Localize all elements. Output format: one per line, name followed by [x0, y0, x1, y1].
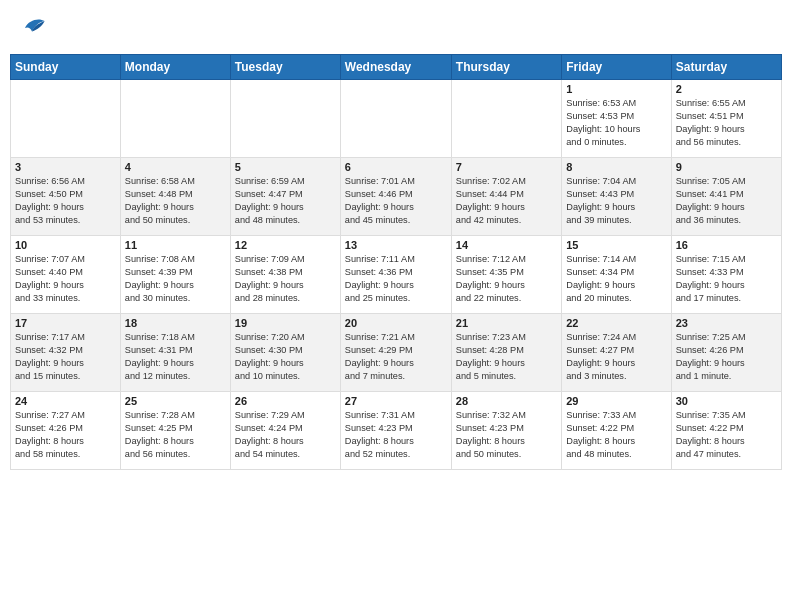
day-content: Sunrise: 7:31 AM Sunset: 4:23 PM Dayligh… [345, 409, 447, 461]
calendar-header-row: SundayMondayTuesdayWednesdayThursdayFrid… [11, 55, 782, 80]
calendar-cell: 4Sunrise: 6:58 AM Sunset: 4:48 PM Daylig… [120, 158, 230, 236]
day-number: 10 [15, 239, 116, 251]
day-content: Sunrise: 6:56 AM Sunset: 4:50 PM Dayligh… [15, 175, 116, 227]
day-content: Sunrise: 7:05 AM Sunset: 4:41 PM Dayligh… [676, 175, 777, 227]
day-number: 4 [125, 161, 226, 173]
day-number: 15 [566, 239, 666, 251]
calendar-cell: 21Sunrise: 7:23 AM Sunset: 4:28 PM Dayli… [451, 314, 561, 392]
day-content: Sunrise: 6:59 AM Sunset: 4:47 PM Dayligh… [235, 175, 336, 227]
calendar-cell: 17Sunrise: 7:17 AM Sunset: 4:32 PM Dayli… [11, 314, 121, 392]
calendar-cell [120, 80, 230, 158]
day-content: Sunrise: 7:11 AM Sunset: 4:36 PM Dayligh… [345, 253, 447, 305]
day-number: 16 [676, 239, 777, 251]
day-content: Sunrise: 7:33 AM Sunset: 4:22 PM Dayligh… [566, 409, 666, 461]
day-of-week-header: Thursday [451, 55, 561, 80]
day-number: 26 [235, 395, 336, 407]
calendar-cell: 10Sunrise: 7:07 AM Sunset: 4:40 PM Dayli… [11, 236, 121, 314]
day-number: 8 [566, 161, 666, 173]
day-number: 20 [345, 317, 447, 329]
day-number: 21 [456, 317, 557, 329]
day-content: Sunrise: 7:28 AM Sunset: 4:25 PM Dayligh… [125, 409, 226, 461]
calendar-cell: 2Sunrise: 6:55 AM Sunset: 4:51 PM Daylig… [671, 80, 781, 158]
calendar-cell [340, 80, 451, 158]
calendar-cell: 24Sunrise: 7:27 AM Sunset: 4:26 PM Dayli… [11, 392, 121, 470]
day-content: Sunrise: 7:02 AM Sunset: 4:44 PM Dayligh… [456, 175, 557, 227]
day-content: Sunrise: 7:25 AM Sunset: 4:26 PM Dayligh… [676, 331, 777, 383]
calendar-cell: 28Sunrise: 7:32 AM Sunset: 4:23 PM Dayli… [451, 392, 561, 470]
calendar-cell: 23Sunrise: 7:25 AM Sunset: 4:26 PM Dayli… [671, 314, 781, 392]
day-number: 14 [456, 239, 557, 251]
day-number: 13 [345, 239, 447, 251]
day-of-week-header: Sunday [11, 55, 121, 80]
day-content: Sunrise: 6:58 AM Sunset: 4:48 PM Dayligh… [125, 175, 226, 227]
logo-bird-icon [18, 14, 46, 42]
day-content: Sunrise: 7:01 AM Sunset: 4:46 PM Dayligh… [345, 175, 447, 227]
calendar-cell: 7Sunrise: 7:02 AM Sunset: 4:44 PM Daylig… [451, 158, 561, 236]
day-number: 25 [125, 395, 226, 407]
day-number: 29 [566, 395, 666, 407]
day-number: 18 [125, 317, 226, 329]
calendar-week-row: 24Sunrise: 7:27 AM Sunset: 4:26 PM Dayli… [11, 392, 782, 470]
day-of-week-header: Friday [562, 55, 671, 80]
day-number: 24 [15, 395, 116, 407]
calendar-cell: 9Sunrise: 7:05 AM Sunset: 4:41 PM Daylig… [671, 158, 781, 236]
day-number: 9 [676, 161, 777, 173]
day-number: 12 [235, 239, 336, 251]
calendar-cell: 8Sunrise: 7:04 AM Sunset: 4:43 PM Daylig… [562, 158, 671, 236]
calendar-week-row: 3Sunrise: 6:56 AM Sunset: 4:50 PM Daylig… [11, 158, 782, 236]
day-content: Sunrise: 7:21 AM Sunset: 4:29 PM Dayligh… [345, 331, 447, 383]
calendar-cell: 3Sunrise: 6:56 AM Sunset: 4:50 PM Daylig… [11, 158, 121, 236]
day-number: 5 [235, 161, 336, 173]
calendar-cell: 1Sunrise: 6:53 AM Sunset: 4:53 PM Daylig… [562, 80, 671, 158]
calendar-cell [11, 80, 121, 158]
day-of-week-header: Tuesday [230, 55, 340, 80]
calendar-cell: 15Sunrise: 7:14 AM Sunset: 4:34 PM Dayli… [562, 236, 671, 314]
calendar-cell: 20Sunrise: 7:21 AM Sunset: 4:29 PM Dayli… [340, 314, 451, 392]
day-number: 23 [676, 317, 777, 329]
day-number: 7 [456, 161, 557, 173]
calendar-cell: 5Sunrise: 6:59 AM Sunset: 4:47 PM Daylig… [230, 158, 340, 236]
day-content: Sunrise: 6:55 AM Sunset: 4:51 PM Dayligh… [676, 97, 777, 149]
day-content: Sunrise: 7:17 AM Sunset: 4:32 PM Dayligh… [15, 331, 116, 383]
calendar-week-row: 17Sunrise: 7:17 AM Sunset: 4:32 PM Dayli… [11, 314, 782, 392]
day-content: Sunrise: 7:18 AM Sunset: 4:31 PM Dayligh… [125, 331, 226, 383]
calendar-table: SundayMondayTuesdayWednesdayThursdayFrid… [10, 54, 782, 470]
day-content: Sunrise: 7:12 AM Sunset: 4:35 PM Dayligh… [456, 253, 557, 305]
day-content: Sunrise: 7:29 AM Sunset: 4:24 PM Dayligh… [235, 409, 336, 461]
logo [16, 14, 46, 42]
day-number: 6 [345, 161, 447, 173]
calendar-cell [230, 80, 340, 158]
day-content: Sunrise: 7:15 AM Sunset: 4:33 PM Dayligh… [676, 253, 777, 305]
calendar-week-row: 1Sunrise: 6:53 AM Sunset: 4:53 PM Daylig… [11, 80, 782, 158]
calendar-cell: 18Sunrise: 7:18 AM Sunset: 4:31 PM Dayli… [120, 314, 230, 392]
calendar-cell: 16Sunrise: 7:15 AM Sunset: 4:33 PM Dayli… [671, 236, 781, 314]
calendar-cell: 29Sunrise: 7:33 AM Sunset: 4:22 PM Dayli… [562, 392, 671, 470]
day-number: 27 [345, 395, 447, 407]
calendar-cell: 14Sunrise: 7:12 AM Sunset: 4:35 PM Dayli… [451, 236, 561, 314]
calendar-cell: 25Sunrise: 7:28 AM Sunset: 4:25 PM Dayli… [120, 392, 230, 470]
day-content: Sunrise: 7:04 AM Sunset: 4:43 PM Dayligh… [566, 175, 666, 227]
calendar-cell: 27Sunrise: 7:31 AM Sunset: 4:23 PM Dayli… [340, 392, 451, 470]
day-content: Sunrise: 7:09 AM Sunset: 4:38 PM Dayligh… [235, 253, 336, 305]
day-content: Sunrise: 7:14 AM Sunset: 4:34 PM Dayligh… [566, 253, 666, 305]
day-of-week-header: Monday [120, 55, 230, 80]
day-content: Sunrise: 6:53 AM Sunset: 4:53 PM Dayligh… [566, 97, 666, 149]
day-content: Sunrise: 7:20 AM Sunset: 4:30 PM Dayligh… [235, 331, 336, 383]
day-of-week-header: Saturday [671, 55, 781, 80]
day-number: 30 [676, 395, 777, 407]
day-number: 2 [676, 83, 777, 95]
calendar-week-row: 10Sunrise: 7:07 AM Sunset: 4:40 PM Dayli… [11, 236, 782, 314]
day-content: Sunrise: 7:35 AM Sunset: 4:22 PM Dayligh… [676, 409, 777, 461]
calendar-cell: 26Sunrise: 7:29 AM Sunset: 4:24 PM Dayli… [230, 392, 340, 470]
day-content: Sunrise: 7:08 AM Sunset: 4:39 PM Dayligh… [125, 253, 226, 305]
day-number: 11 [125, 239, 226, 251]
calendar-cell: 12Sunrise: 7:09 AM Sunset: 4:38 PM Dayli… [230, 236, 340, 314]
day-content: Sunrise: 7:32 AM Sunset: 4:23 PM Dayligh… [456, 409, 557, 461]
day-content: Sunrise: 7:27 AM Sunset: 4:26 PM Dayligh… [15, 409, 116, 461]
day-number: 22 [566, 317, 666, 329]
day-number: 1 [566, 83, 666, 95]
day-content: Sunrise: 7:07 AM Sunset: 4:40 PM Dayligh… [15, 253, 116, 305]
calendar-cell [451, 80, 561, 158]
day-number: 17 [15, 317, 116, 329]
calendar-cell: 22Sunrise: 7:24 AM Sunset: 4:27 PM Dayli… [562, 314, 671, 392]
